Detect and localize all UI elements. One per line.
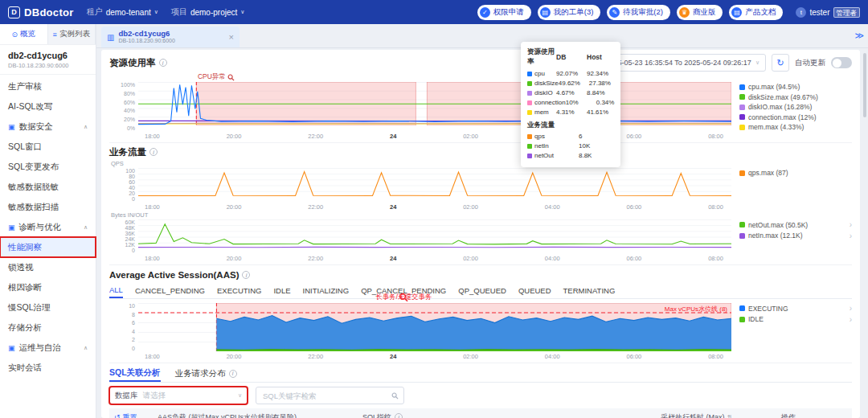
- sidebar-item[interactable]: 锁透视: [0, 257, 96, 277]
- info-icon[interactable]: i: [242, 271, 250, 279]
- bytes-chart[interactable]: [138, 219, 731, 248]
- database-select[interactable]: 数据库 请选择 ∨: [109, 387, 248, 404]
- column-aas-load: AAS负载 (超过Max vCPUs水位线则有风险): [158, 412, 362, 418]
- legend-item[interactable]: cpu.max (94.5%): [739, 83, 852, 91]
- sidebar-item[interactable]: 存储分析: [0, 318, 96, 338]
- tenant-label: 租户: [87, 6, 103, 18]
- legend-item[interactable]: netIn.max (12.1K): [739, 232, 852, 240]
- logo-icon: D: [8, 6, 20, 18]
- sidebar-item[interactable]: AI-SQL改写: [0, 96, 96, 117]
- sql-search-input[interactable]: [261, 391, 391, 401]
- legend-item[interactable]: IDLE: [739, 315, 852, 324]
- aas-state-tab[interactable]: TERMINATING: [563, 283, 616, 298]
- tab-strip: ▥ db2-cd1ycug6 DB-10.18.230.90:6000 × ≫: [96, 24, 868, 48]
- sidebar-item[interactable]: ▣ 诊断与优化 ∧: [0, 217, 96, 237]
- chevron-down-icon: ∨: [755, 59, 760, 66]
- aas-state-tab[interactable]: QUEUED: [518, 283, 551, 298]
- tab-icon: ⊙: [11, 31, 18, 39]
- sidebar-item[interactable]: 生产审核: [0, 76, 96, 96]
- analysis-tab[interactable]: 业务请求分布 i: [175, 365, 237, 382]
- resource-chart[interactable]: [138, 82, 731, 125]
- legend-item[interactable]: diskSize.max (49.67%): [739, 93, 852, 101]
- sidebar-item[interactable]: ▣ 运维与自治 ∧: [0, 338, 96, 358]
- legend-swatch: [739, 114, 745, 120]
- legend-swatch: [739, 94, 745, 100]
- instance-card[interactable]: db2-cd1ycug6 DB-10.18.230.90:6000: [0, 45, 96, 75]
- search-icon[interactable]: [391, 392, 399, 400]
- aas-chart[interactable]: 长事务/未提交事务 Max vCPUs水位线 (8): [138, 303, 731, 351]
- long-transaction-label[interactable]: 长事务/未提交事务: [375, 293, 432, 302]
- header-action-button[interactable]: ✓ 权限申请: [477, 5, 531, 20]
- sidebar-item[interactable]: 敏感数据脱敏: [0, 177, 96, 197]
- aas-state-tab[interactable]: QP_QUEUED: [458, 283, 506, 298]
- chevron-up-icon: ∧: [84, 345, 88, 351]
- auto-update-toggle[interactable]: [831, 57, 852, 68]
- scrollbar-thumb[interactable]: [863, 53, 866, 117]
- info-icon[interactable]: i: [159, 59, 167, 67]
- legend-item[interactable]: EXECUTING: [739, 304, 852, 313]
- qps-chart[interactable]: [138, 168, 731, 197]
- aas-state-tab[interactable]: IDLE: [273, 283, 290, 298]
- legend-item[interactable]: diskIO.max (16.28%): [739, 103, 852, 111]
- user-menu[interactable]: t tester 管理者: [796, 7, 860, 18]
- legend-item[interactable]: mem.max (4.33%): [739, 123, 852, 131]
- magnifier-icon: [375, 293, 432, 302]
- aas-state-tab[interactable]: CANCEL_PENDING: [135, 283, 205, 298]
- sql-search[interactable]: [256, 387, 404, 404]
- header-action-button[interactable]: ▤ 我的工单(3): [538, 5, 601, 20]
- menu-group-icon: ▣: [8, 344, 15, 352]
- filter-row: 数据库 请选择 ∨: [109, 384, 852, 407]
- expand-icon[interactable]: ≫: [854, 31, 864, 41]
- sidebar-item[interactable]: SQL窗口: [0, 137, 96, 157]
- sidebar-item[interactable]: 慢SQL治理: [0, 297, 96, 318]
- project-select[interactable]: 项目 demo-project ∨: [171, 6, 244, 18]
- refresh-button[interactable]: ↻: [772, 54, 789, 72]
- content-card: 资源使用率 i ▦ 2025-05-23 16:35:54 To 2025-05…: [101, 50, 860, 418]
- header-action-button[interactable]: ♛ 商业版: [677, 5, 723, 20]
- aas-state-tab[interactable]: EXECUTING: [217, 283, 261, 298]
- close-icon[interactable]: ×: [229, 32, 234, 42]
- aas-state-tab[interactable]: INITIALIZING: [303, 283, 350, 298]
- sidebar-item[interactable]: 性能洞察: [0, 237, 96, 257]
- menu-group-icon: ▣: [8, 123, 15, 131]
- sort-icon[interactable]: ⇅: [727, 414, 733, 418]
- tab-title: db2-cd1ycug6: [118, 30, 174, 38]
- sidebar-item[interactable]: 根因诊断: [0, 277, 96, 297]
- qps-y-axis: 100806040200: [109, 168, 138, 202]
- main-area: ▥ db2-cd1ycug6 DB-10.18.230.90:6000 × ≫ …: [96, 24, 868, 418]
- tab-icon: ≡: [53, 31, 57, 39]
- section-resource: 资源使用率 i ▦ 2025-05-23 16:35:54 To 2025-05…: [109, 53, 852, 140]
- reset-button[interactable]: ↺ 重置: [114, 412, 158, 418]
- column-exec-time[interactable]: 采样执行耗时 (Max) ⇅: [661, 412, 781, 418]
- date-range-picker[interactable]: ▦ 2025-05-23 16:35:54 To 2025-05-24 09:2…: [588, 54, 766, 72]
- legend-item[interactable]: connection.max (12%): [739, 113, 852, 121]
- instance-name: db2-cd1ycug6: [8, 51, 88, 60]
- top-header: D DBdoctor 租户 demo-tenant ∨ 项目 demo-proj…: [0, 0, 868, 24]
- sidebar-item[interactable]: ▣ 数据安全 ∧: [0, 117, 96, 137]
- action-icon: ♛: [679, 7, 690, 18]
- logo[interactable]: D DBdoctor: [8, 6, 74, 18]
- qps-x-axis: 18:0020:0022:002402:0004:0006:0008:00: [138, 202, 731, 211]
- aas-state-tab[interactable]: ALL: [109, 283, 123, 298]
- tenant-value: demo-tenant: [106, 8, 151, 17]
- cpu-anomaly-label[interactable]: CPU异常: [198, 72, 235, 82]
- tenant-select[interactable]: 租户 demo-tenant ∨: [87, 6, 158, 18]
- instance-tab[interactable]: ▥ db2-cd1ycug6 DB-10.18.230.90:6000 ×: [101, 27, 240, 47]
- legend-item[interactable]: qps.max (87): [739, 169, 852, 177]
- action-icon: ✎: [609, 7, 620, 18]
- resource-title: 资源使用率: [109, 57, 156, 69]
- header-action-button[interactable]: ✎ 待我审批(2): [607, 5, 670, 20]
- aas-title: Average Active Session(AAS): [109, 270, 239, 280]
- analysis-tab[interactable]: SQL关联分析: [109, 365, 161, 382]
- legend-item[interactable]: netOut.max (50.5K): [739, 220, 852, 229]
- sidebar-item[interactable]: 敏感数据扫描: [0, 197, 96, 217]
- sidebar-tab[interactable]: ≡ 实例列表: [48, 24, 96, 44]
- sidebar-item[interactable]: SQL变更发布: [0, 157, 96, 177]
- traffic-title: 业务流量: [109, 146, 146, 158]
- analysis-tabs: SQL关联分析 业务请求分布 i: [109, 365, 852, 383]
- sidebar-tab[interactable]: ⊙ 概览: [0, 24, 48, 44]
- header-action-button[interactable]: ▤ 产品文档: [729, 5, 783, 20]
- sidebar-item[interactable]: 实时会话: [0, 358, 96, 378]
- info-icon[interactable]: i: [395, 413, 403, 418]
- info-icon[interactable]: i: [149, 148, 158, 156]
